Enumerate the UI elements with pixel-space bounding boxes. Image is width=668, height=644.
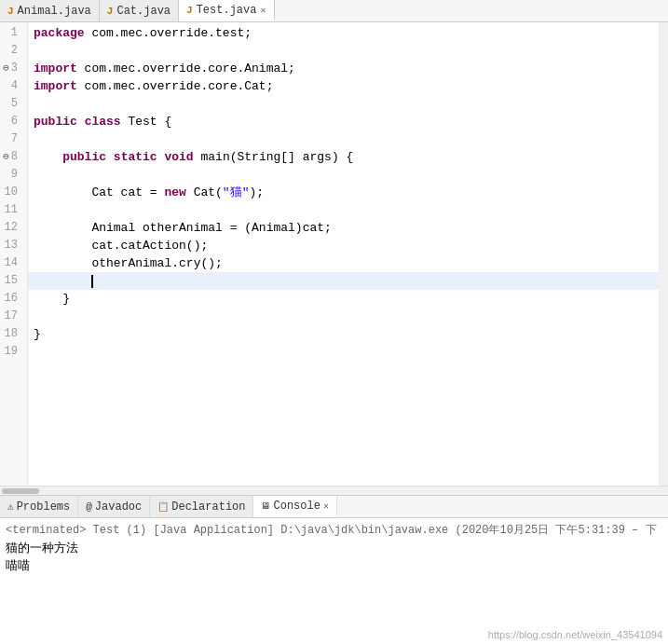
problems-icon: ⚠ — [7, 500, 14, 513]
code-line-14: otherAnimal.cry(); — [28, 254, 659, 272]
ln-8: 8 — [0, 148, 21, 166]
ln-11: 11 — [0, 201, 21, 219]
tab-test-close[interactable]: ✕ — [260, 5, 266, 16]
console-terminated-line: <terminated> Test (1) [Java Application]… — [6, 522, 662, 540]
code-line-15 — [28, 272, 659, 290]
vertical-scrollbar[interactable] — [659, 22, 668, 486]
ln-5: 5 — [0, 95, 21, 113]
tab-declaration[interactable]: 📋 Declaration — [150, 496, 253, 517]
editor-area: 1 2 3 4 5 6 7 8 9 10 11 12 13 14 15 16 1… — [0, 22, 668, 495]
code-line-7 — [28, 130, 659, 148]
line-numbers: 1 2 3 4 5 6 7 8 9 10 11 12 13 14 15 16 1… — [0, 22, 28, 486]
ln-4: 4 — [0, 77, 21, 95]
ln-7: 7 — [0, 130, 21, 148]
output-line-1: 猫的一种方法 — [6, 540, 78, 557]
console-output-2: 喵喵 — [6, 557, 662, 575]
code-line-5 — [28, 95, 659, 113]
tab-problems-label: Problems — [17, 500, 71, 514]
console-content: <terminated> Test (1) [Java Application]… — [0, 518, 668, 644]
code-line-4: import com.mec.override.core.Cat; — [28, 77, 659, 95]
ln-19: 19 — [0, 343, 21, 361]
tab-bar: J Animal.java J Cat.java J Test.java ✕ — [0, 0, 668, 22]
declaration-icon: 📋 — [157, 501, 169, 513]
h-scrollbar-thumb — [2, 488, 39, 494]
output-line-2: 喵喵 — [6, 557, 30, 575]
ln-3: 3 — [0, 60, 21, 77]
tab-cat[interactable]: J Cat.java — [100, 0, 179, 21]
ln-17: 17 — [0, 308, 21, 325]
tab-animal-label: Animal.java — [18, 5, 91, 18]
code-line-2 — [28, 42, 659, 60]
code-line-16: } — [28, 290, 659, 308]
ln-2: 2 — [0, 42, 21, 60]
code-line-18: } — [28, 325, 659, 343]
ln-6: 6 — [0, 113, 21, 130]
code-line-9 — [28, 166, 659, 184]
code-line-8: public static void main(String[] args) { — [28, 148, 659, 166]
ln-9: 9 — [0, 166, 21, 184]
ln-1: 1 — [0, 24, 21, 42]
bottom-panel: ⚠ Problems @ Javadoc 📋 Declaration 🖥 Con… — [0, 495, 668, 644]
tab-console[interactable]: 🖥 Console ✕ — [253, 496, 336, 517]
tab-console-label: Console — [273, 500, 320, 513]
code-line-6: public class Test { — [28, 113, 659, 130]
tab-animal[interactable]: J Animal.java — [0, 0, 100, 21]
watermark: https://blog.csdn.net/weixin_43541094 — [488, 629, 662, 640]
tab-javadoc-label: Javadoc — [95, 500, 142, 514]
ln-18: 18 — [0, 325, 21, 343]
console-output-1: 猫的一种方法 — [6, 540, 662, 557]
java-file-icon-test: J — [186, 5, 193, 16]
tab-cat-label: Cat.java — [116, 5, 170, 18]
tab-test-label: Test.java — [197, 4, 257, 17]
tab-javadoc[interactable]: @ Javadoc — [78, 496, 150, 517]
java-file-icon-cat: J — [107, 6, 114, 17]
ln-10: 10 — [0, 184, 21, 201]
bottom-tab-bar: ⚠ Problems @ Javadoc 📋 Declaration 🖥 Con… — [0, 496, 668, 518]
ln-12: 12 — [0, 219, 21, 237]
ln-13: 13 — [0, 237, 21, 254]
java-file-icon: J — [7, 6, 14, 17]
tab-console-close[interactable]: ✕ — [323, 500, 329, 512]
javadoc-icon: @ — [86, 501, 92, 513]
tab-declaration-label: Declaration — [171, 500, 245, 514]
code-line-3: import com.mec.override.core.Animal; — [28, 60, 659, 77]
terminated-text: <terminated> Test (1) [Java Application]… — [6, 522, 657, 540]
code-content: 1 2 3 4 5 6 7 8 9 10 11 12 13 14 15 16 1… — [0, 22, 668, 486]
code-line-12: Animal otherAnimal = (Animal)cat; — [28, 219, 659, 237]
code-line-17 — [28, 308, 659, 325]
tab-test[interactable]: J Test.java ✕ — [179, 0, 274, 21]
ln-16: 16 — [0, 290, 21, 308]
ln-15: 15 — [0, 272, 21, 290]
code-line-19 — [28, 343, 659, 361]
console-icon: 🖥 — [261, 500, 270, 512]
code-lines[interactable]: package com.mec.override.test; import co… — [28, 22, 659, 486]
code-line-13: cat.catAction(); — [28, 237, 659, 254]
tab-problems[interactable]: ⚠ Problems — [0, 496, 78, 517]
code-line-1: package com.mec.override.test; — [28, 24, 659, 42]
code-line-10: Cat cat = new Cat("猫"); — [28, 184, 659, 201]
ln-14: 14 — [0, 254, 21, 272]
horizontal-scrollbar[interactable] — [0, 486, 668, 495]
code-line-11 — [28, 201, 659, 219]
